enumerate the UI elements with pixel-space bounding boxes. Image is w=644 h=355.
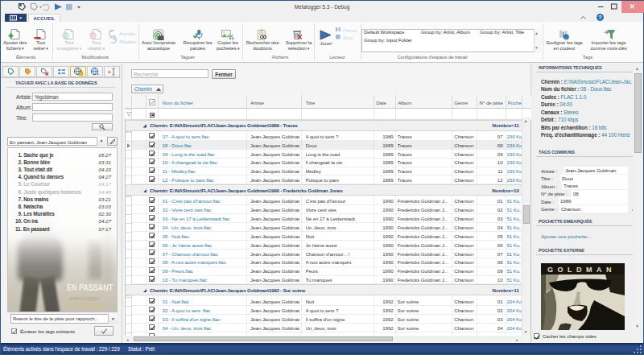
svg-text:GOLDMAN: GOLDMAN [547, 266, 616, 274]
svg-text:Stop: Stop [343, 35, 353, 40]
svg-text:a: a [108, 69, 111, 74]
svg-text:Pause: Pause [343, 28, 357, 33]
svg-text:Annuler: Annuler [119, 31, 136, 36]
